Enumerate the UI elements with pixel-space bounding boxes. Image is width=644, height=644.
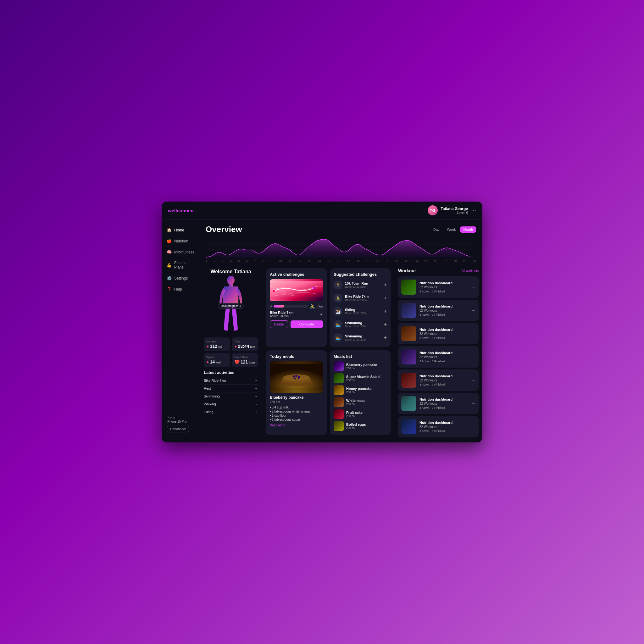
challenge-name: Bike Ride 7km — [270, 311, 293, 314]
time-filter-day[interactable]: Day — [430, 226, 443, 233]
workout-item-1[interactable]: Nutrition dashboard 32 Workouts 3 Active… — [398, 276, 479, 298]
suggested-item-townrun[interactable]: 🏃 10k Town Run Date: 13.11.2024 + — [334, 279, 387, 291]
bike-icon: 🚴 — [310, 304, 315, 309]
user-name: Tatiana George — [441, 207, 468, 211]
svg-point-17 — [294, 378, 296, 380]
delete-button[interactable]: Delete — [270, 320, 288, 328]
svg-rect-5 — [229, 284, 233, 286]
menu-dots-button[interactable]: ⋯ — [471, 208, 476, 214]
challenges-row: Active challenges — [266, 268, 391, 347]
stat-heartrate-value: ❤️ 121 bpm — [234, 359, 255, 364]
add-challenge-button[interactable]: + — [384, 282, 387, 288]
workout-thumb-4 — [401, 349, 416, 364]
stat-calories: Calories ● 312 cal — [204, 337, 230, 351]
arrow-icon: → — [471, 308, 475, 313]
workout-item-5[interactable]: Nutrition dashboard 32 Workouts 3 Active… — [398, 369, 479, 391]
stat-speed-value: ● 14 km/h — [206, 359, 227, 364]
meal-thumb-fruit — [334, 409, 344, 419]
goal-badge: Goal progress ● — [218, 303, 244, 309]
home-icon: 🏠 — [167, 228, 172, 232]
add-challenge-button[interactable]: + — [384, 295, 387, 301]
suggested-item-bikeride[interactable]: 🚴 Bike Ride 7km Date: 02.02.2024 + — [334, 292, 387, 304]
workout-thumb-7 — [401, 419, 416, 434]
all-workouts-link[interactable]: All workouts — [462, 269, 479, 273]
svg-point-16 — [298, 376, 300, 378]
sidebar-item-nutrition[interactable]: 🍎 Nutrition — [162, 236, 199, 247]
arrow-icon: → — [254, 378, 258, 383]
stat-speed-label: Speed — [206, 356, 227, 359]
arrow-icon: → — [471, 354, 475, 359]
meal-name: Blueberry pancake — [270, 395, 323, 400]
arrow-icon: → — [471, 285, 475, 290]
chart-area-fill — [206, 239, 476, 257]
meal-list-item-fruit[interactable]: Fruit cake 290 cal — [334, 409, 387, 419]
activity-item-bikeride[interactable]: Bike Ride 7km → — [204, 377, 258, 385]
stat-heartrate-label: Heart Rate — [234, 356, 255, 359]
meal-list-item-salad[interactable]: Super Vitamin Salad 250 cal — [334, 373, 387, 383]
suggested-item-swimming1[interactable]: 🏊 Swimming Date: 13.11.2024 + — [334, 319, 387, 330]
settings-icon: ⚙️ — [167, 276, 172, 280]
ingredient-1: • 3/4 cup milk — [270, 406, 323, 409]
workout-item-6[interactable]: Nutrition dashboard 32 Workouts 3 Active… — [398, 393, 479, 414]
map-placeholder — [270, 279, 323, 301]
arrow-icon: → — [254, 410, 258, 414]
sidebar-label-nutrition: Nutrition — [174, 239, 188, 243]
workout-item-7[interactable]: Nutrition dashboard 32 Workouts 3 Active… — [398, 416, 479, 437]
meal-list-item-blueberry[interactable]: Blueberry pancake 250 cal — [334, 361, 387, 371]
dropdown-arrow-icon[interactable]: ▼ — [319, 313, 323, 316]
meal-list-item-eggs[interactable]: Boiled eggs 250 cal — [334, 421, 387, 431]
meals-list: Blueberry pancake 250 cal Super Vitamin … — [334, 361, 387, 431]
sidebar-label-mindfulness: Mindfulness — [174, 250, 194, 254]
time-filters: Day Week Month — [430, 226, 476, 233]
overview-header: Overview Day Week Month — [206, 225, 476, 234]
arrow-icon: → — [471, 331, 475, 336]
run-icon: 🏃 — [334, 280, 342, 289]
stat-time: Time ● 23:44 min — [232, 337, 258, 351]
activity-item-swimming[interactable]: Swimming → — [204, 392, 258, 400]
body-figure: Goal progress ● — [204, 278, 258, 334]
activity-item-walking[interactable]: Walking → — [204, 400, 258, 408]
workout-item-4[interactable]: Nutrition dashboard 32 Workouts 3 Active… — [398, 346, 479, 368]
active-challenges-title: Active challenges — [270, 272, 323, 277]
suggested-item-skiing[interactable]: ⛷️ Skiing Date: 13.11.2024 + — [334, 306, 387, 317]
time-filter-week[interactable]: Week — [444, 226, 459, 233]
sidebar-bottom: Phone iPhone 15 Pro Disconnect — [162, 411, 199, 437]
top-nav: wellconnect TG Tatiana George Level: 6 ⋯ — [162, 202, 482, 219]
sidebar-item-help[interactable]: ❓ Help — [162, 284, 199, 295]
add-challenge-button[interactable]: + — [384, 322, 387, 327]
activity-item-rest[interactable]: Rest → — [204, 385, 258, 392]
stat-speed: Speed ● 14 km/h — [204, 353, 230, 367]
progress-fill — [274, 305, 284, 308]
activity-item-hiking[interactable]: Hiking → — [204, 408, 258, 416]
workout-title: Workout — [398, 268, 416, 273]
main-layout: 🏠 Home 🍎 Nutrition 🧠 Mindfulness 💪 Fitne… — [162, 219, 482, 442]
disconnect-button[interactable]: Disconnect — [167, 426, 189, 432]
meal-list-item-honey[interactable]: Honey pancake 250 cal — [334, 385, 387, 395]
stats-grid: Calories ● 312 cal Time ● 23:44 — [204, 337, 258, 367]
arrow-icon: → — [471, 424, 475, 429]
add-challenge-button[interactable]: + — [384, 308, 387, 314]
read-more-button[interactable]: Read more — [270, 424, 285, 427]
challenge-name-row: Bike Ride 7km Active: 34min ▼ — [270, 311, 323, 318]
workout-item-2[interactable]: Nutrition dashboard 32 Workouts 3 Active… — [398, 300, 479, 321]
sidebar-item-home[interactable]: 🏠 Home — [162, 225, 199, 236]
meal-list-item-whitemeat[interactable]: White meat 250 cal — [334, 397, 387, 407]
sidebar-label-home: Home — [174, 228, 184, 232]
meals-list-card: Meals list Blueberry pancake 250 cal — [330, 350, 391, 435]
sidebar-item-fitness[interactable]: 💪 Fitness Plans — [162, 258, 199, 273]
nutrition-icon: 🍎 — [167, 239, 172, 243]
meal-thumb-eggs — [334, 421, 344, 431]
workout-thumb-5 — [401, 373, 416, 388]
progress-track — [274, 305, 308, 308]
complete-button[interactable]: Complete — [291, 320, 323, 328]
suggested-item-swimming2[interactable]: 🏊 Swimming Date: 13.11.2024 + — [334, 332, 387, 343]
sidebar-item-settings[interactable]: ⚙️ Settings — [162, 273, 199, 284]
meals-list-title: Meals list — [334, 354, 387, 359]
arrow-icon: → — [471, 378, 475, 383]
meal-photo — [270, 361, 323, 393]
add-challenge-button[interactable]: + — [384, 335, 387, 341]
time-filter-month[interactable]: Month — [460, 226, 476, 233]
sidebar-item-mindfulness[interactable]: 🧠 Mindfulness — [162, 247, 199, 258]
avatar: TG — [428, 205, 438, 215]
workout-item-3[interactable]: Nutrition dashboard 32 Workouts 3 Active… — [398, 323, 479, 344]
